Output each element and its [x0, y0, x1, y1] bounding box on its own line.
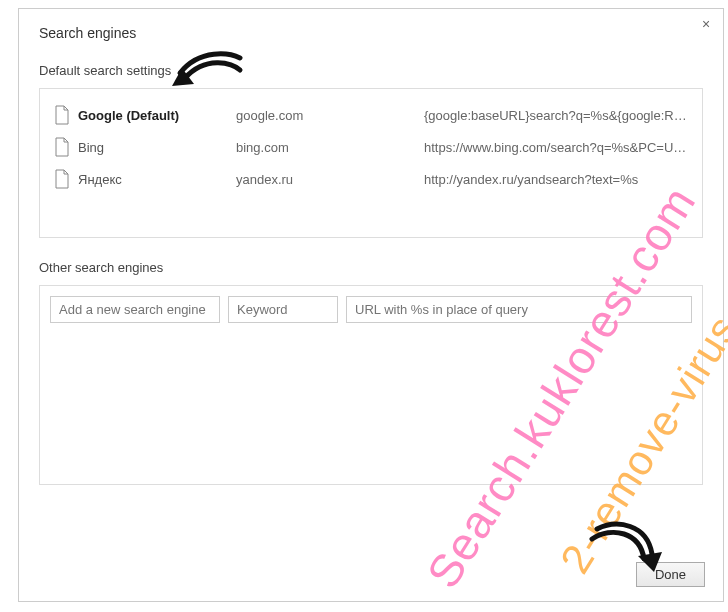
engine-row-google[interactable]: Google (Default) google.com {google:base…: [40, 99, 702, 131]
add-engine-name-input[interactable]: [50, 296, 220, 323]
search-engines-dialog: × Search engines Default search settings…: [18, 8, 724, 602]
engine-url: {google:baseURL}search?q=%s&{google:RLZ}…: [424, 108, 688, 123]
engine-url: https://www.bing.com/search?q=%s&PC=U316…: [424, 140, 688, 155]
engine-row-bing[interactable]: Bing bing.com https://www.bing.com/searc…: [40, 131, 702, 163]
engine-name: Яндекс: [78, 172, 228, 187]
other-section-label: Other search engines: [39, 260, 703, 275]
engine-row-yandex[interactable]: Яндекс yandex.ru http://yandex.ru/yandse…: [40, 163, 702, 195]
done-button[interactable]: Done: [636, 562, 705, 587]
close-icon: ×: [702, 16, 710, 32]
page-icon: [54, 137, 70, 157]
page-icon: [54, 169, 70, 189]
add-engine-url-input[interactable]: [346, 296, 692, 323]
close-button[interactable]: ×: [699, 17, 713, 31]
engine-domain: yandex.ru: [236, 172, 416, 187]
default-section-label: Default search settings: [39, 63, 703, 78]
default-engines-panel: Google (Default) google.com {google:base…: [39, 88, 703, 238]
add-engine-row: [50, 296, 692, 323]
page-icon: [54, 105, 70, 125]
engine-url: http://yandex.ru/yandsearch?text=%s: [424, 172, 688, 187]
engine-name: Google (Default): [78, 108, 228, 123]
dialog-title: Search engines: [39, 25, 703, 41]
add-engine-keyword-input[interactable]: [228, 296, 338, 323]
other-engines-panel: [39, 285, 703, 485]
engine-name: Bing: [78, 140, 228, 155]
engine-domain: google.com: [236, 108, 416, 123]
engine-domain: bing.com: [236, 140, 416, 155]
